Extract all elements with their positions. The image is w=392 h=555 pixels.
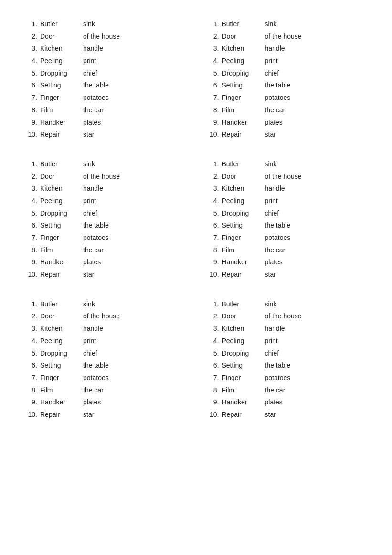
item-word: Peeling (222, 56, 265, 66)
item-phrase: print (83, 56, 96, 66)
item-number: 9. (206, 118, 219, 128)
item-number: 9. (24, 257, 37, 268)
list-item: 4.Peelingprint (206, 56, 369, 66)
page: 1.Butlersink2.Doorof the house3.Kitchenh… (0, 0, 392, 555)
item-phrase: print (265, 56, 278, 66)
item-number: 2. (24, 32, 37, 42)
item-word: Kitchen (222, 44, 265, 54)
item-number: 2. (206, 172, 219, 182)
item-number: 6. (206, 220, 219, 231)
item-number: 4. (206, 196, 219, 207)
item-number: 7. (24, 233, 37, 243)
item-word: Repair (222, 130, 265, 140)
item-word: Handker (222, 118, 265, 128)
list-3: 1.Butlersink2.Doorof the house3.Kitchenh… (24, 159, 187, 280)
list-item: 7.Fingerpotatoes (24, 93, 187, 103)
item-number: 1. (24, 159, 37, 170)
item-number: 1. (24, 299, 37, 310)
item-phrase: handle (265, 184, 285, 194)
item-phrase: the car (265, 105, 286, 116)
item-word: Dropping (222, 68, 265, 79)
item-word: Repair (222, 270, 265, 280)
item-word: Door (222, 311, 265, 322)
item-phrase: plates (83, 257, 101, 268)
list-item: 8.Filmthe car (206, 385, 369, 396)
item-number: 9. (24, 397, 37, 408)
list-block-6: 1.Butlersink2.Doorof the house3.Kitchenh… (206, 299, 369, 420)
list-item: 4.Peelingprint (24, 196, 187, 207)
item-phrase: potatoes (265, 93, 291, 103)
item-word: Finger (222, 373, 265, 383)
item-phrase: of the house (83, 311, 120, 322)
item-number: 2. (206, 32, 219, 42)
list-item: 6.Settingthe table (206, 80, 369, 91)
item-phrase: the table (83, 80, 109, 91)
item-word: Door (40, 172, 83, 182)
list-2: 1.Butlersink2.Doorof the house3.Kitchenh… (206, 19, 369, 140)
item-word: Kitchen (222, 324, 265, 334)
list-block-2: 1.Butlersink2.Doorof the house3.Kitchenh… (206, 19, 369, 140)
block-bot-right: 1.Butlersink2.Doorof the house3.Kitchenh… (196, 299, 369, 439)
list-item: 4.Peelingprint (206, 196, 369, 207)
item-word: Butler (222, 19, 265, 30)
list-item: 2.Doorof the house (24, 311, 187, 322)
list-item: 9.Handkerplates (206, 118, 369, 128)
item-number: 4. (206, 56, 219, 66)
item-phrase: the car (83, 105, 104, 116)
item-phrase: chief (265, 68, 279, 79)
item-word: Door (222, 172, 265, 182)
list-6: 1.Butlersink2.Doorof the house3.Kitchenh… (206, 299, 369, 420)
item-number: 10. (24, 410, 37, 420)
item-word: Finger (222, 233, 265, 243)
list-item: 2.Doorof the house (206, 172, 369, 182)
item-word: Film (40, 245, 83, 256)
list-item: 5.Droppingchief (24, 68, 187, 79)
item-word: Film (222, 385, 265, 396)
item-word: Setting (222, 360, 265, 371)
item-word: Film (40, 385, 83, 396)
list-item: 8.Filmthe car (24, 105, 187, 116)
item-number: 7. (206, 233, 219, 243)
item-number: 8. (24, 385, 37, 396)
item-word: Dropping (222, 348, 265, 359)
item-number: 6. (24, 80, 37, 91)
item-number: 7. (24, 373, 37, 383)
item-number: 3. (206, 184, 219, 194)
list-item: 3.Kitchenhandle (24, 44, 187, 54)
list-item: 3.Kitchenhandle (206, 44, 369, 54)
item-phrase: the table (265, 360, 291, 371)
item-number: 8. (24, 245, 37, 256)
item-phrase: chief (83, 208, 97, 219)
list-item: 2.Doorof the house (24, 172, 187, 182)
item-number: 2. (24, 172, 37, 182)
item-word: Butler (222, 159, 265, 170)
item-number: 4. (24, 56, 37, 66)
item-word: Film (222, 105, 265, 116)
item-number: 1. (206, 299, 219, 310)
item-word: Setting (222, 220, 265, 231)
item-word: Butler (40, 299, 83, 310)
item-word: Dropping (40, 208, 83, 219)
item-phrase: of the house (83, 32, 120, 42)
list-item: 9.Handkerplates (24, 397, 187, 408)
list-item: 1.Butlersink (206, 19, 369, 30)
item-word: Dropping (222, 208, 265, 219)
item-word: Setting (40, 220, 83, 231)
item-number: 8. (24, 105, 37, 116)
list-item: 1.Butlersink (24, 299, 187, 310)
list-item: 6.Settingthe table (206, 360, 369, 371)
item-phrase: the table (265, 80, 291, 91)
item-number: 5. (24, 68, 37, 79)
item-phrase: sink (265, 19, 277, 30)
list-1: 1.Butlersink2.Doorof the house3.Kitchenh… (24, 19, 187, 140)
item-phrase: print (83, 336, 96, 347)
item-word: Peeling (40, 336, 83, 347)
item-word: Kitchen (222, 184, 265, 194)
list-item: 9.Handkerplates (206, 397, 369, 408)
item-phrase: print (265, 336, 278, 347)
item-phrase: potatoes (265, 373, 291, 383)
item-number: 3. (206, 324, 219, 334)
bot-row: 1.Butlersink2.Doorof the house3.Kitchenh… (24, 299, 368, 439)
list-item: 3.Kitchenhandle (24, 324, 187, 334)
item-phrase: sink (83, 19, 95, 30)
